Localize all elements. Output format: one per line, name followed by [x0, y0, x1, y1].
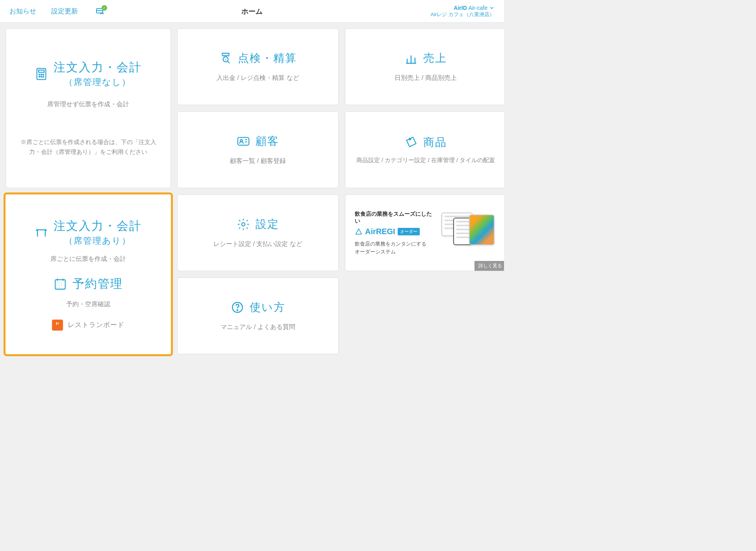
promo-logo-badge: オーダー	[398, 228, 420, 235]
card-subtitle: （席管理なし）	[54, 76, 142, 88]
account-cafe: Air-cafe	[469, 4, 487, 11]
gear-icon	[237, 218, 250, 231]
reserve-desc: 予約・空席確認	[66, 299, 110, 309]
calculator-icon	[35, 67, 48, 81]
device-status-button[interactable]: ✓	[95, 7, 105, 16]
account-id: AirID	[454, 4, 467, 11]
help-icon	[231, 301, 244, 314]
promo-devices-illustration	[441, 211, 497, 246]
card-sales[interactable]: 売上 日別売上 / 商品別売上	[345, 28, 504, 105]
settings-update-link[interactable]: 設定更新	[51, 7, 78, 16]
svg-point-7	[39, 76, 40, 77]
card-desc: 入出金 / レジ点検・精算 など	[217, 73, 299, 83]
card-inspect-settle[interactable]: ¥ 点検・精算 入出金 / レジ点検・精算 など	[177, 28, 339, 105]
card-title: 設定	[256, 217, 279, 232]
triangle-icon	[355, 228, 363, 236]
bar-chart-icon	[404, 52, 418, 65]
svg-rect-13	[238, 137, 249, 145]
svg-point-6	[43, 74, 44, 75]
promo-desc: 飲食店の業務をカンタンにする オーダーシステム	[355, 240, 437, 255]
home-card-grid: 注文入力・会計 （席管理なし） 席管理せず伝票を作成・会計 ※席ごとに伝票を作成…	[0, 23, 504, 360]
svg-rect-3	[39, 70, 44, 72]
promo-logo-text: AirREGI	[365, 227, 395, 236]
promo-heading: 飲食店の業務をスムーズにしたい	[355, 211, 437, 225]
card-howto[interactable]: 使い方 マニュアル / よくある質問	[177, 277, 339, 354]
svg-point-4	[39, 74, 40, 75]
promo-details-link[interactable]: 詳しく見る	[474, 261, 504, 271]
account-menu[interactable]: AirID Air-cafe Airレジ カフェ（八重洲店）	[431, 4, 495, 18]
card-title: 売上	[423, 51, 447, 66]
svg-point-5	[41, 74, 42, 75]
header-bar: お知らせ 設定更新 ✓ ホーム AirID Air-cafe Airレジ カフェ…	[0, 0, 504, 23]
card-title: 顧客	[256, 134, 279, 149]
card-desc: 顧客一覧 / 顧客登録	[230, 156, 285, 166]
store-name: Airレジ カフェ（八重洲店）	[431, 11, 495, 18]
card-title: 注文入力・会計	[54, 59, 142, 76]
card-title: 点検・精算	[238, 51, 297, 66]
card-desc: レシート設定 / 支払い設定 など	[213, 239, 302, 249]
svg-point-21	[242, 222, 245, 226]
svg-point-23	[237, 310, 237, 311]
card-desc: 席管理せず伝票を作成・会計	[47, 99, 129, 109]
card-note: ※席ごとに伝票を作成される場合は、下の「注文入力・会計（席管理あり）」をご利用く…	[14, 137, 163, 157]
device-ok-badge: ✓	[102, 5, 107, 11]
table-icon	[35, 226, 48, 239]
calendar-icon	[54, 277, 67, 291]
card-order-with-seat[interactable]: 注文入力・会計 （席管理あり） 席ごとに伝票を作成・会計 予約管理 予約・	[4, 192, 173, 356]
svg-line-11	[228, 61, 230, 63]
card-desc: マニュアル / よくある質問	[220, 322, 295, 332]
receipt-magnifier-icon: ¥	[219, 52, 232, 65]
card-title: 使い方	[250, 300, 285, 315]
card-customer[interactable]: 顧客 顧客一覧 / 顧客登録	[177, 111, 339, 188]
page-title: ホーム	[241, 7, 263, 16]
notices-link[interactable]: お知らせ	[9, 7, 36, 16]
restaurant-board-row: レストランボード	[52, 320, 124, 331]
restaurant-board-label: レストランボード	[68, 320, 124, 329]
svg-rect-18	[55, 279, 65, 289]
card-desc: 日別売上 / 商品別売上	[395, 73, 456, 83]
promo-logo: AirREGI オーダー	[355, 227, 437, 236]
card-settings[interactable]: 設定 レシート設定 / 支払い設定 など	[177, 194, 339, 271]
card-title: 注文入力・会計	[54, 218, 142, 234]
price-tag-icon	[404, 136, 418, 149]
card-title: 商品	[423, 135, 447, 150]
card-products[interactable]: 商品 商品設定 / カテゴリー設定 / 在庫管理 / タイルの配置	[345, 111, 504, 188]
customer-id-icon	[237, 135, 250, 148]
card-desc: 席ごとに伝票を作成・会計	[50, 254, 126, 264]
header-left: お知らせ 設定更新 ✓	[9, 7, 105, 16]
card-subtitle: （席管理あり）	[54, 235, 142, 247]
restaurant-board-icon	[52, 320, 63, 331]
card-order-no-seat[interactable]: 注文入力・会計 （席管理なし） 席管理せず伝票を作成・会計 ※席ごとに伝票を作成…	[6, 28, 171, 188]
svg-text:¥: ¥	[225, 58, 226, 61]
card-desc: 商品設定 / カテゴリー設定 / 在庫管理 / タイルの配置	[356, 155, 495, 165]
reserve-title: 予約管理	[72, 276, 123, 292]
card-promo-airregi-order: 飲食店の業務をスムーズにしたい AirREGI オーダー 飲食店の業務をカンタン…	[345, 194, 504, 271]
svg-point-8	[41, 76, 42, 77]
chevron-down-icon	[489, 5, 495, 11]
svg-point-9	[43, 76, 44, 77]
